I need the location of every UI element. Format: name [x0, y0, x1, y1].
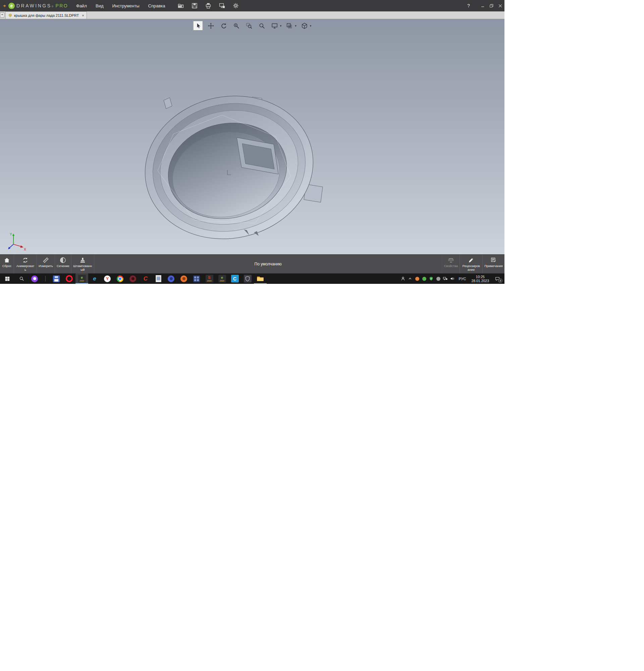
taskbar-app-document-app[interactable]	[152, 274, 165, 284]
language-indicator[interactable]: РУС	[456, 277, 468, 281]
reset-button[interactable]: Сброс	[0, 255, 14, 274]
new-tab-button[interactable]: +	[0, 12, 4, 17]
orientation-tool-button[interactable]	[299, 21, 309, 30]
stamped-button[interactable]: Штампованный	[72, 255, 94, 274]
tray-antivirus-shield[interactable]	[428, 274, 435, 284]
close-icon	[498, 3, 503, 8]
taskbar-app-opera[interactable]	[63, 274, 76, 284]
rotate-tool-button[interactable]	[219, 21, 229, 30]
search-icon	[19, 276, 24, 281]
logo-drawings-text: DRAWINGS	[16, 3, 51, 8]
properties-icon	[448, 257, 454, 263]
window-controls: ?	[465, 0, 504, 11]
markup-icon	[468, 257, 474, 263]
taskbar-app-red-c-app[interactable]: C	[139, 274, 152, 284]
taskbar-app-grid-app[interactable]	[190, 274, 203, 284]
display-style-dropdown[interactable]: ▾	[295, 24, 297, 27]
tab-title: крышка для фары лада 2111.SLDPRT	[14, 13, 79, 17]
fullscreen-tool: ▾	[270, 21, 282, 30]
taskbar-app-yandex-browser[interactable]: Y	[101, 274, 114, 284]
settings-button[interactable]	[231, 1, 240, 10]
tray-green-app[interactable]	[421, 274, 428, 284]
people-icon	[400, 276, 405, 281]
display-style-icon	[286, 23, 293, 29]
model-3d[interactable]	[0, 19, 504, 254]
properties-label: Свойства	[444, 264, 458, 268]
taskbar-app-kompas[interactable]: C	[229, 274, 241, 284]
measure-button[interactable]: Измерить	[37, 255, 55, 274]
tray-hidden-icons[interactable]	[407, 274, 414, 284]
menu-view[interactable]: Вид	[91, 0, 108, 11]
taskbar-app-edrawings-green[interactable]: e2020	[216, 274, 229, 284]
taskbar-app-edrawings-2020[interactable]: e2020	[76, 274, 88, 284]
menu-help[interactable]: Справка	[144, 0, 170, 11]
comments-button[interactable]: Примечания	[482, 255, 504, 274]
tray-dot-icon	[415, 277, 419, 281]
publish-button[interactable]	[218, 1, 227, 10]
taskbar-app-file-explorer[interactable]	[254, 274, 267, 284]
orientation-dropdown[interactable]: ▾	[310, 24, 312, 27]
taskbar-app-blue-circle-app[interactable]	[165, 274, 178, 284]
tray-dot-icon	[422, 277, 426, 281]
taskbar-app-orange-circle-app[interactable]	[178, 274, 190, 284]
measure-icon	[42, 257, 49, 263]
viewport-3d[interactable]: ▾▾▾ Y X	[0, 19, 504, 254]
taskbar: e2020eYCS2020e2020C РУС 10:25 28.01.2023…	[0, 274, 504, 284]
tray-network[interactable]	[442, 274, 449, 284]
minimize-button[interactable]	[478, 0, 487, 11]
document-tab[interactable]: крышка для фары лада 2111.SLDPRT ×	[5, 11, 87, 19]
orientation-tool: ▾	[299, 21, 312, 30]
clock[interactable]: 10:25 28.01.2023	[468, 275, 492, 283]
tab-close-button[interactable]: ×	[82, 13, 84, 17]
taskbar-app-solidworks-2020[interactable]: S2020	[203, 274, 216, 284]
close-button[interactable]	[496, 0, 504, 11]
system-tray: РУС 10:25 28.01.2023 3	[399, 274, 504, 284]
save-button[interactable]	[190, 1, 199, 10]
review-button[interactable]: Рецензирование	[460, 255, 482, 274]
taskbar-app-internet-explorer[interactable]: e	[88, 274, 101, 284]
menu-file[interactable]: Файл	[72, 0, 91, 11]
taskbar-search-button[interactable]	[15, 274, 28, 284]
fullscreen-dropdown[interactable]: ▾	[280, 24, 282, 27]
tray-orange-app[interactable]	[414, 274, 421, 284]
taskbar-app-chrome[interactable]	[114, 274, 127, 284]
title-bar: e DRAWINGS ® PRO ФайлВидИнструментыСправ…	[0, 0, 504, 11]
tray-people[interactable]	[399, 274, 407, 284]
taskbar-app-floppy-app[interactable]	[50, 274, 63, 284]
select-tool-button[interactable]	[193, 21, 203, 30]
menu-tools[interactable]: Инструменты	[108, 0, 144, 11]
animate-label: Анимировать	[16, 264, 35, 272]
help-button[interactable]: ?	[465, 3, 472, 8]
zoom-inout-tool-button[interactable]	[231, 21, 241, 30]
restore-button[interactable]	[487, 0, 496, 11]
configuration-name: По умолчанию	[94, 255, 442, 274]
taskbar-app-shield-app[interactable]	[241, 274, 254, 284]
logo-arrow-icon	[3, 3, 8, 8]
taskbar-app-opera-dark[interactable]	[127, 274, 139, 284]
pan-tool-button[interactable]	[206, 21, 216, 30]
bottom-toolbar: СбросАнимироватьИзмеритьСечениеШтампован…	[0, 254, 504, 274]
notifications-button[interactable]: 3	[492, 274, 503, 284]
animate-button[interactable]: Анимировать	[14, 255, 37, 274]
page: e DRAWINGS ® PRO ФайлВидИнструментыСправ…	[0, 0, 644, 671]
tray-dot-icon	[436, 277, 440, 281]
display-style-tool-button[interactable]	[284, 21, 294, 30]
review-label: Рецензирование	[462, 264, 481, 272]
print-button[interactable]	[204, 1, 212, 10]
zoom-fit-tool-button[interactable]	[244, 21, 254, 30]
print-icon	[205, 2, 212, 9]
start-button[interactable]	[0, 274, 15, 284]
fullscreen-tool-button[interactable]	[270, 21, 280, 30]
shield-icon	[244, 276, 251, 282]
zoom-area-tool-button[interactable]	[257, 21, 267, 30]
taskbar-app-cortana[interactable]	[28, 274, 41, 284]
open-button[interactable]	[177, 1, 185, 10]
bottom-toolbar-left: СбросАнимироватьИзмеритьСечениеШтампован…	[0, 255, 94, 274]
app-logo: e DRAWINGS ® PRO	[0, 3, 72, 9]
logo-arrow-icon	[3, 3, 8, 8]
open-icon	[178, 2, 184, 9]
tray-volume[interactable]	[449, 274, 456, 284]
tray-gray-app[interactable]	[435, 274, 442, 284]
zoom-inout-icon	[233, 23, 240, 29]
section-button[interactable]: Сечение	[55, 255, 72, 274]
